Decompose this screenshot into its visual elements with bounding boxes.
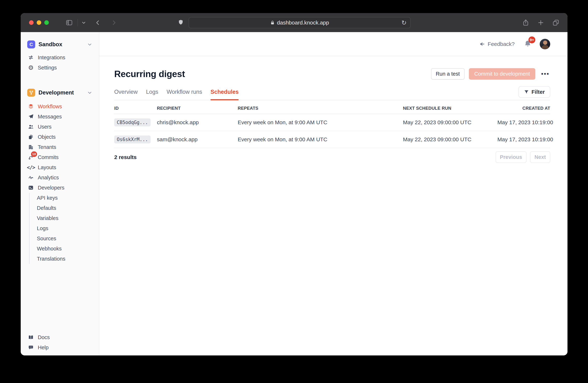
url-bar-group: dashboard.knock.app ↻ [178, 17, 411, 28]
reload-icon[interactable]: ↻ [401, 19, 407, 26]
lock-icon [270, 20, 275, 25]
back-button-icon[interactable] [95, 19, 101, 26]
sidebar-item-objects[interactable]: Objects [21, 132, 99, 142]
close-button[interactable] [29, 20, 34, 25]
column-header-id: ID [114, 106, 157, 111]
sidebar-item-analytics[interactable]: Analytics [21, 172, 99, 183]
url-text: dashboard.knock.app [277, 19, 329, 26]
sidebar-item-tenants[interactable]: Tenants [21, 142, 99, 152]
megaphone-icon [479, 41, 485, 47]
pagination: Previous Next [496, 152, 550, 163]
chevron-down-icon [87, 42, 92, 47]
building-icon [27, 144, 35, 150]
next-schedule-run-cell: May 22, 2023 09:00:00 UTC [403, 119, 497, 126]
notifications-button[interactable]: 9+ [524, 40, 532, 48]
created-at-cell: May 17, 2023 10:19:00 [497, 136, 553, 143]
previous-page-button[interactable]: Previous [496, 152, 527, 163]
desktop-background: dashboard.knock.app ↻ [0, 0, 588, 383]
notification-badge: 9+ [528, 37, 535, 43]
titlebar-right-actions [522, 13, 567, 32]
share-icon[interactable] [522, 19, 529, 26]
filter-label: Filter [531, 89, 545, 95]
recipient-cell: chris@knock.app [157, 119, 238, 126]
sidebar-item-integrations[interactable]: Integrations [21, 52, 99, 63]
minimize-button[interactable] [37, 20, 41, 25]
sidebar-item-webhooks[interactable]: Webhooks [30, 244, 99, 254]
table-header-row: ID RECIPIENT REPEATS NEXT SCHEDULE RUN C… [114, 100, 550, 114]
repeats-cell: Every week on Mon, at 9:00 AM UTC [238, 136, 403, 143]
environment-logo [27, 89, 35, 97]
code-brackets-icon: </> [27, 165, 35, 171]
tab-schedules[interactable]: Schedules [210, 89, 239, 100]
new-tab-icon[interactable] [537, 19, 544, 26]
book-icon [27, 334, 35, 340]
page-actions: Run a test Commit to development ⋯ [431, 68, 550, 80]
environment-name: Development [39, 89, 74, 96]
address-bar[interactable]: dashboard.knock.app ↻ [189, 17, 411, 28]
sidebar-item-help[interactable]: Help [21, 342, 99, 353]
more-options-button[interactable]: ⋯ [540, 72, 550, 76]
commit-to-development-button[interactable]: Commit to development [469, 68, 535, 80]
sidebar-toggle-icon[interactable] [65, 19, 73, 26]
column-header-created-at: CREATED AT [497, 106, 550, 111]
users-icon [27, 124, 35, 130]
next-schedule-run-cell: May 22, 2023 09:00:00 UTC [403, 136, 497, 143]
sidebar-item-translations[interactable]: Translations [30, 254, 99, 264]
git-branch-icon: 10 [27, 154, 35, 160]
repeats-cell: Every week on Mon, at 9:00 AM UTC [238, 119, 403, 126]
page-content: Recurring digest Run a test Commit to de… [99, 56, 567, 355]
sidebar-item-logs[interactable]: Logs [30, 223, 99, 233]
forward-button-icon[interactable] [111, 19, 117, 26]
table-row[interactable]: CB5odqGg... chris@knock.app Every week o… [114, 114, 550, 131]
objects-icon [27, 134, 35, 140]
user-avatar[interactable] [540, 39, 550, 49]
sidebar-item-messages[interactable]: Messages [21, 112, 99, 122]
commits-count-badge: 10 [31, 152, 37, 157]
app-header: Feedback? 9+ [99, 32, 567, 56]
chat-bubble-icon [27, 345, 35, 350]
feedback-button[interactable]: Feedback? [479, 41, 515, 47]
fullscreen-button[interactable] [44, 20, 49, 25]
integrations-icon [27, 55, 35, 60]
tab-overview[interactable]: Overview [114, 89, 138, 100]
chevron-down-icon [87, 90, 92, 96]
browser-titlebar: dashboard.knock.app ↻ [21, 13, 567, 32]
sidebar-item-defaults[interactable]: Defaults [30, 203, 99, 213]
sidebar-item-commits[interactable]: 10 Commits [21, 152, 99, 162]
sidebar-item-workflows[interactable]: Workflows [21, 101, 99, 112]
workflows-icon [27, 104, 35, 109]
workspace-switcher[interactable]: C Sandbox [21, 39, 99, 50]
recipient-cell: sam@knock.app [157, 136, 238, 143]
tab-overview-icon[interactable] [552, 19, 560, 26]
column-header-repeats: REPEATS [238, 106, 403, 111]
sidebar-item-variables[interactable]: Variables [30, 213, 99, 223]
sidebar-item-settings[interactable]: ⚙ Settings [21, 63, 99, 73]
sidebar-item-layouts[interactable]: </> Layouts [21, 162, 99, 172]
created-at-cell: May 17, 2023 10:19:00 [497, 119, 553, 126]
sidebar-spacer [21, 264, 99, 332]
chevron-down-icon[interactable] [81, 20, 86, 25]
privacy-shield-icon[interactable] [178, 19, 184, 26]
pulse-icon [27, 175, 35, 180]
id-chip[interactable]: CB5odqGg... [114, 118, 150, 126]
sidebar-item-sources[interactable]: Sources [30, 233, 99, 244]
sidebar-item-developers[interactable]: Developers [21, 183, 99, 193]
funnel-icon [524, 89, 529, 95]
next-page-button[interactable]: Next [530, 152, 550, 163]
tab-logs[interactable]: Logs [146, 89, 158, 100]
workspace-logo: C [27, 40, 35, 48]
filter-button[interactable]: Filter [518, 86, 550, 98]
sidebar-item-api-keys[interactable]: API keys [30, 193, 99, 203]
table-row[interactable]: Os6skXrM... sam@knock.app Every week on … [114, 131, 550, 148]
workspace-name: Sandbox [39, 41, 62, 48]
results-count: 2 results [114, 154, 137, 160]
sidebar-item-users[interactable]: Users [21, 122, 99, 132]
page-title-row: Recurring digest Run a test Commit to de… [114, 68, 550, 80]
sidebar-item-docs[interactable]: Docs [21, 332, 99, 342]
schedule-id-cell: CB5odqGg... [114, 118, 157, 126]
tab-workflow-runs[interactable]: Workflow runs [167, 89, 202, 100]
id-chip[interactable]: Os6skXrM... [114, 135, 150, 143]
column-header-recipient: RECIPIENT [157, 106, 238, 111]
environment-switcher[interactable]: Development [21, 88, 99, 98]
run-a-test-button[interactable]: Run a test [431, 68, 464, 80]
